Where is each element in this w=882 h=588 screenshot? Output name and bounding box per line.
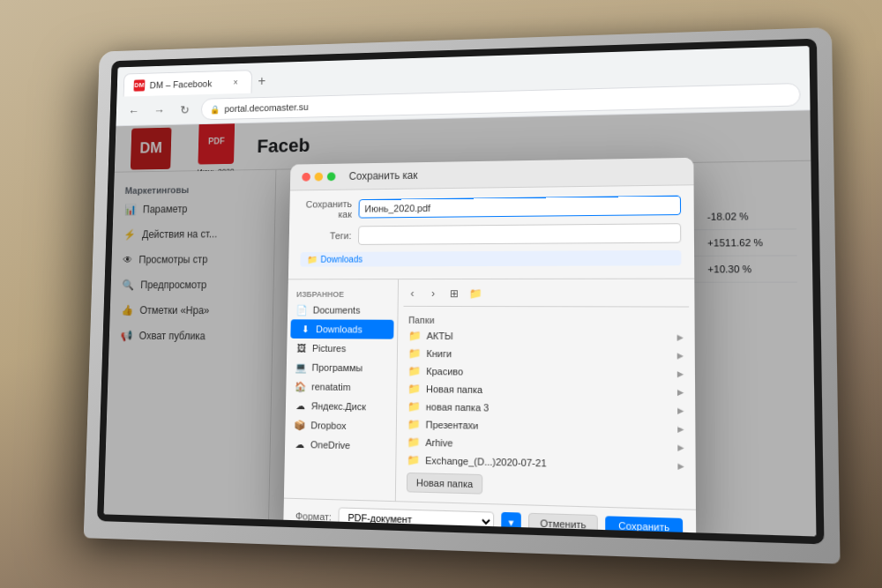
downloads-icon: ⬇ — [299, 323, 311, 335]
format-select[interactable]: PDF-документ — [339, 507, 495, 532]
new-folder-dialog-button[interactable]: Новая папка — [407, 473, 483, 495]
forward-button[interactable]: → — [149, 100, 168, 121]
sidebar-item-onedrive[interactable]: ☁ OneDrive — [285, 435, 396, 457]
maximize-dot[interactable] — [327, 172, 336, 181]
yandex-icon: ☁ — [294, 399, 306, 412]
tab-close-button[interactable]: × — [230, 77, 242, 89]
sidebar-item-yandex[interactable]: ☁ Яндекс.Диск — [286, 396, 397, 417]
sidebar-item-downloads[interactable]: ⬇ Downloads — [290, 319, 393, 339]
sidebar-item-documents[interactable]: 📄 Documents — [288, 301, 398, 320]
folder-label-1: Книги — [426, 348, 671, 361]
onedrive-icon: ☁ — [294, 438, 306, 450]
save-button[interactable]: Сохранить — [606, 516, 684, 536]
sidebar-item-downloads-label: Downloads — [316, 324, 363, 334]
pictures-icon: 🖼 — [295, 342, 308, 354]
folder-list: 📁 АКТЫ ▶ 📁 Книги ▶ — [401, 327, 690, 476]
folder-icon-4: 📁 — [407, 400, 421, 413]
sidebar-section-label: Избранное — [288, 287, 398, 301]
tab-label: DM – Facebook — [150, 78, 213, 90]
dialog-title: Сохранить как — [349, 169, 418, 182]
tags-row: Теги: — [301, 223, 681, 245]
sidebar-item-dropbox[interactable]: 📦 Dropbox — [285, 415, 396, 436]
folder-icon-3: 📁 — [407, 383, 421, 395]
dialog-sidebar: Избранное 📄 Documents ⬇ Downloads — [284, 279, 399, 501]
sidebar-item-onedrive-label: OneDrive — [310, 439, 350, 450]
format-icon: ▼ — [501, 512, 521, 533]
folder-icon-1: 📁 — [408, 347, 422, 360]
documents-icon: 📄 — [296, 304, 309, 316]
sidebar-item-yandex-label: Яндекс.Диск — [311, 400, 366, 412]
sidebar-item-home[interactable]: 🏠 renatatim — [286, 376, 396, 398]
folder-icon-7: 📁 — [407, 454, 420, 467]
folder-arrow-1: ▶ — [677, 351, 684, 360]
cancel-button[interactable]: Отменить — [528, 513, 598, 535]
sidebar-item-programs-label: Программы — [311, 362, 363, 374]
dialog-body: Сохранить как Теги: 📁 Downloads — [288, 185, 694, 279]
folder-arrow-6: ▶ — [677, 443, 684, 452]
folder-label-2: Красиво — [426, 366, 671, 379]
tags-input[interactable] — [358, 223, 681, 245]
folders-section-label: Папки — [403, 312, 689, 328]
back-button[interactable]: ← — [124, 101, 144, 122]
folder-icon-6: 📁 — [407, 435, 420, 448]
folder-arrow-4: ▶ — [677, 406, 684, 416]
laptop-shell: DM DM – Facebook × + ← → ↻ 🔒 portal.deco… — [84, 27, 841, 564]
folder-label-4: новая папка 3 — [426, 401, 672, 416]
dialog-overlay: Сохранить как Сохранить как Теги: — [104, 110, 817, 536]
sidebar-item-programs[interactable]: 💻 Программы — [287, 358, 397, 378]
sidebar-item-documents-label: Documents — [313, 305, 361, 316]
downloads-path-bar: 📁 Downloads — [300, 250, 681, 267]
toolbar-view-btn[interactable]: ⊞ — [445, 285, 463, 302]
folder-arrow-7: ▶ — [677, 461, 684, 471]
folder-icon: 📁 — [307, 255, 318, 264]
folder-label-7: Exchange_(D...)2020-07-21 — [425, 455, 672, 472]
lock-icon: 🔒 — [210, 104, 220, 114]
dialog-sidebar-area: Избранное 📄 Documents ⬇ Downloads — [284, 279, 696, 510]
folder-icon-5: 📁 — [407, 418, 421, 430]
folder-arrow-3: ▶ — [677, 388, 684, 398]
sidebar-item-dropbox-label: Dropbox — [310, 420, 346, 431]
programs-icon: 💻 — [295, 361, 307, 374]
folder-label-5: Презентахи — [426, 420, 672, 435]
refresh-button[interactable]: ↻ — [175, 100, 194, 120]
folder-arrow-0: ▶ — [677, 332, 684, 341]
folder-item-0[interactable]: 📁 АКТЫ ▶ — [403, 327, 689, 346]
filename-row: Сохранить как — [301, 195, 681, 220]
filename-input[interactable] — [358, 196, 681, 219]
sidebar-item-pictures[interactable]: 🖼 Pictures — [287, 339, 397, 359]
folder-arrow-5: ▶ — [677, 424, 684, 434]
folder-label-3: Новая папка — [426, 383, 672, 398]
folder-icon-0: 📁 — [408, 330, 422, 342]
toolbar-forward-btn[interactable]: › — [424, 285, 442, 302]
dialog-toolbar: ‹ › ⊞ 📁 — [404, 285, 690, 308]
screen-bezel: DM DM – Facebook × + ← → ↻ 🔒 portal.deco… — [97, 39, 824, 545]
tab-favicon: DM — [134, 79, 146, 91]
minimize-dot[interactable] — [315, 173, 324, 182]
folder-arrow-2: ▶ — [677, 369, 684, 378]
tags-label: Теги: — [301, 230, 352, 241]
new-tab-button[interactable]: + — [251, 71, 272, 91]
sidebar-item-home-label: renatatim — [311, 382, 351, 393]
folder-icon-2: 📁 — [407, 365, 421, 377]
folder-label-0: АКТЫ — [427, 331, 672, 343]
window-controls — [302, 172, 335, 181]
dialog-folder-panel: ‹ › ⊞ 📁 Папки 📁 АКТЫ — [396, 279, 696, 510]
format-label: Формат: — [295, 510, 332, 522]
filename-label: Сохранить как — [301, 198, 352, 220]
toolbar-newfolder-btn[interactable]: 📁 — [467, 285, 484, 302]
downloads-path-label: Downloads — [320, 255, 363, 264]
save-dialog: Сохранить как Сохранить как Теги: — [283, 158, 696, 537]
toolbar-back-btn[interactable]: ‹ — [404, 285, 422, 302]
close-dot[interactable] — [302, 173, 310, 182]
home-icon: 🏠 — [295, 380, 307, 392]
sidebar-item-pictures-label: Pictures — [312, 343, 347, 354]
browser-tab[interactable]: DM DM – Facebook × — [123, 70, 252, 96]
laptop-screen: DM DM – Facebook × + ← → ↻ 🔒 portal.deco… — [104, 46, 817, 536]
dropbox-icon: 📦 — [294, 419, 306, 431]
address-text: portal.decomaster.su — [224, 101, 308, 114]
folder-label-6: Arhive — [425, 437, 672, 453]
page-content: DM PDF Июнь 2020 Faceb Маркетинговы 📊 — [104, 110, 817, 536]
